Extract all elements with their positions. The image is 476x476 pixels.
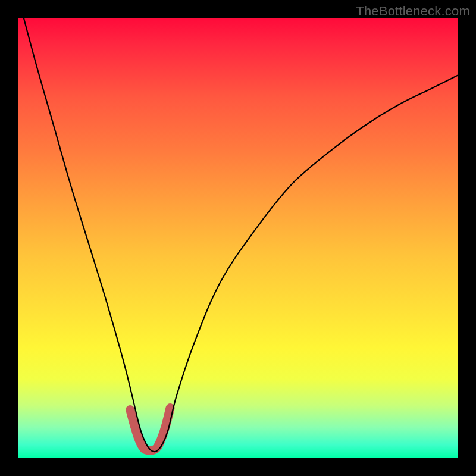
watermark-text: TheBottleneck.com — [356, 4, 470, 19]
chart-plot-area — [18, 18, 458, 458]
chart-svg — [18, 18, 458, 458]
bottleneck-curve-line — [18, 0, 458, 452]
